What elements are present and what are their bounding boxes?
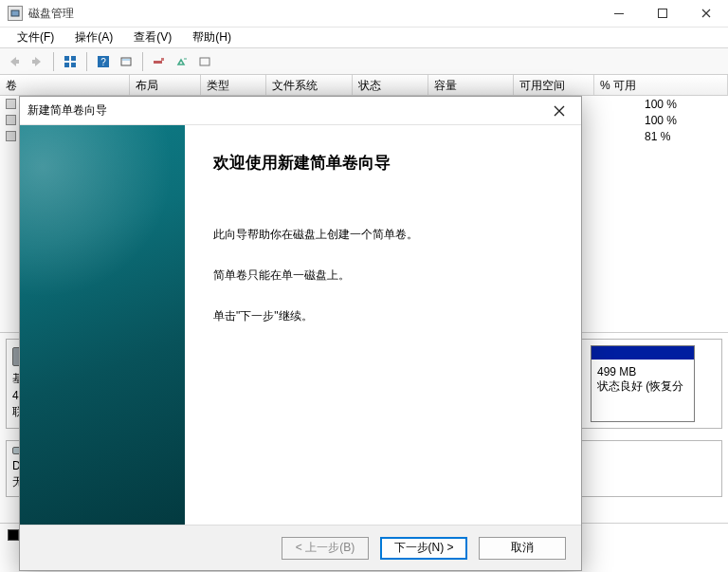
svg-text:?: ?	[100, 57, 106, 67]
svg-rect-5	[64, 63, 69, 67]
window-title: 磁盘管理	[28, 6, 74, 22]
volume-icon	[6, 99, 16, 109]
col-free[interactable]: 可用空间	[514, 75, 594, 95]
col-capacity[interactable]: 容量	[428, 75, 514, 95]
app-icon	[8, 6, 23, 21]
col-layout[interactable]: 布局	[130, 75, 201, 95]
pctfree-cell: 100 %	[639, 114, 719, 127]
col-volume[interactable]: 卷	[0, 75, 130, 95]
svg-rect-1	[614, 13, 624, 14]
action-button-2[interactable]	[172, 51, 192, 72]
toolbar: ?	[0, 48, 728, 75]
svg-rect-6	[71, 63, 76, 67]
pctfree-cell: 100 %	[639, 98, 719, 111]
svg-rect-4	[71, 56, 76, 61]
back-button: < 上一步(B)	[282, 537, 369, 560]
wizard-banner	[20, 125, 185, 525]
partition-state: 状态良好 (恢复分	[597, 378, 688, 395]
svg-rect-12	[161, 58, 164, 61]
cancel-button[interactable]: 取消	[479, 537, 566, 560]
volume-icon	[6, 131, 16, 141]
action-button-1[interactable]	[149, 51, 170, 72]
action-button-3[interactable]	[194, 51, 215, 72]
wizard-text-3: 单击"下一步"继续。	[213, 308, 553, 324]
close-button[interactable]	[684, 0, 728, 28]
titlebar: 磁盘管理	[0, 0, 728, 28]
menu-help[interactable]: 帮助(H)	[183, 28, 241, 47]
svg-rect-13	[200, 58, 209, 65]
legend-swatch-unallocated	[8, 529, 19, 541]
next-button[interactable]: 下一步(N) >	[380, 537, 467, 560]
wizard-heading: 欢迎使用新建简单卷向导	[213, 152, 553, 174]
pctfree-cell: 81 %	[639, 130, 719, 143]
volume-icon	[6, 115, 16, 125]
maximize-button[interactable]	[641, 0, 684, 28]
partition-recovery[interactable]: 499 MB 状态良好 (恢复分	[591, 345, 695, 422]
wizard-content: 欢迎使用新建简单卷向导 此向导帮助你在磁盘上创建一个简单卷。 简单卷只能在单一磁…	[185, 125, 581, 525]
menu-view[interactable]: 查看(V)	[124, 28, 181, 47]
wizard-close-button[interactable]	[545, 97, 573, 125]
forward-button[interactable]	[27, 51, 47, 72]
svg-rect-10	[122, 59, 130, 61]
menu-action[interactable]: 操作(A)	[65, 28, 122, 47]
col-pctfree[interactable]: % 可用	[594, 75, 728, 95]
col-status[interactable]: 状态	[353, 75, 428, 95]
svg-rect-11	[154, 61, 162, 64]
window-controls	[597, 0, 728, 28]
svg-rect-2	[659, 9, 667, 18]
refresh-button[interactable]	[116, 51, 136, 72]
wizard-title-text: 新建简单卷向导	[27, 102, 107, 119]
col-fs[interactable]: 文件系统	[266, 75, 353, 95]
views-button[interactable]	[60, 51, 81, 72]
svg-rect-3	[64, 56, 69, 61]
back-button[interactable]	[4, 51, 25, 72]
columns-header: 卷 布局 类型 文件系统 状态 容量 可用空间 % 可用	[0, 75, 728, 96]
wizard-titlebar[interactable]: 新建简单卷向导	[20, 97, 581, 125]
menubar: 文件(F) 操作(A) 查看(V) 帮助(H)	[0, 28, 728, 48]
col-type[interactable]: 类型	[201, 75, 266, 95]
menu-file[interactable]: 文件(F)	[8, 28, 64, 47]
wizard-text-1: 此向导帮助你在磁盘上创建一个简单卷。	[213, 227, 553, 243]
partition-size: 499 MB	[597, 365, 688, 378]
wizard-text-2: 简单卷只能在单一磁盘上。	[213, 268, 553, 284]
svg-rect-0	[11, 10, 19, 16]
new-simple-volume-wizard: 新建简单卷向导 欢迎使用新建简单卷向导 此向导帮助你在磁盘上创建一个简单卷。 简…	[19, 96, 582, 571]
minimize-button[interactable]	[597, 0, 641, 28]
wizard-button-bar: < 上一步(B) 下一步(N) > 取消	[20, 525, 581, 570]
help-button[interactable]: ?	[93, 51, 114, 72]
